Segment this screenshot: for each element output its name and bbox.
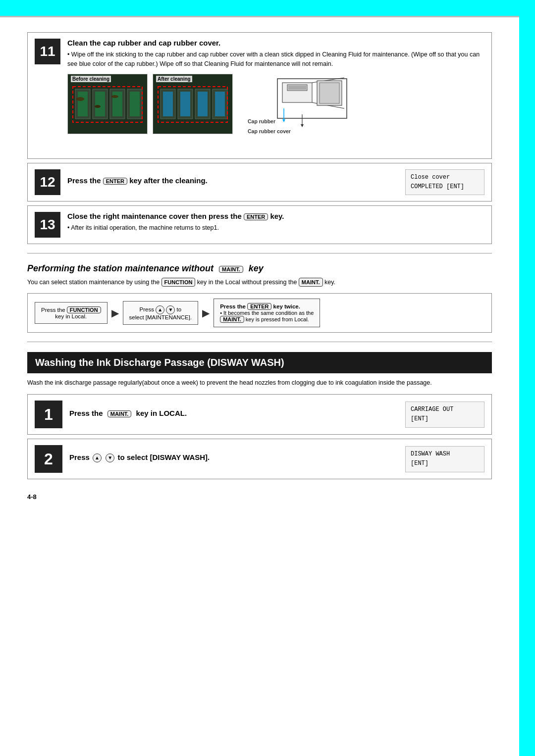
step-13-content: Close the right maintenance cover then p… — [67, 212, 484, 233]
cyan-right-bar — [519, 0, 535, 756]
wash-step-2-lcd-line2: [ENT] — [411, 459, 479, 468]
after-photo-svg — [153, 74, 232, 134]
wash-step-1-box: 1 Press the MAINT. key in LOCAL. CARRIAG… — [27, 394, 492, 435]
flow-arrow-1: ▶ — [111, 307, 119, 319]
wash-heading: Washing the Ink Discharge Passage (DISWA… — [27, 352, 492, 373]
flow-box-1: Press the FUNCTION key in Local. — [35, 302, 107, 324]
svg-rect-17 — [180, 92, 190, 116]
divider-2 — [27, 342, 492, 342]
flow-row: Press the FUNCTION key in Local. ▶ Press… — [27, 293, 492, 333]
svg-rect-21 — [215, 92, 225, 116]
before-cleaning-box: Before cleaning — [67, 74, 148, 134]
step-13-body: • After its initial operation, the machi… — [67, 223, 484, 233]
station-heading-text: Performing the station maintenance witho… — [27, 263, 264, 274]
svg-rect-2 — [78, 92, 88, 116]
cap-diagram-svg — [248, 74, 352, 151]
flow-arrow-2: ▶ — [202, 307, 210, 319]
flow-enter-key: ENTER — [247, 303, 271, 310]
step-13-title-p2: key. — [270, 212, 284, 220]
step-13-box: 13 Close the right maintenance cover the… — [27, 205, 492, 244]
step-11-title: Clean the cap rubber and cap rubber cove… — [67, 39, 484, 47]
step-13-title-p1: Close the right maintenance cover then p… — [67, 212, 242, 220]
svg-marker-34 — [301, 124, 304, 127]
wash-step-2-lcd-line1: DISWAY WASH — [411, 450, 479, 459]
step-13-number: 13 — [35, 212, 60, 238]
wash-step-2-up: ▲ — [93, 454, 102, 462]
svg-rect-30 — [320, 83, 339, 103]
wash-step-2-lcd-box: DISWAY WASH [ENT] — [405, 446, 484, 472]
step-12-lcd-box: Close cover COMPLETED [ENT] — [405, 169, 484, 195]
svg-rect-8 — [130, 92, 140, 116]
step-11-number: 11 — [35, 39, 60, 64]
wash-step-1-content: Press the MAINT. key in LOCAL. — [69, 409, 397, 420]
wash-step-2-number: 2 — [35, 445, 62, 473]
step-11-body: • Wipe off the ink sticking to the cap r… — [67, 50, 484, 69]
after-cleaning-photo — [153, 74, 232, 134]
svg-rect-15 — [163, 92, 173, 116]
step-12-lcd-line2: COMPLETED [ENT] — [411, 182, 479, 192]
flow-func-key: FUNCTION — [67, 306, 101, 313]
wash-step-2-title: Press ▲ ▼ to select [DISWAY WASH]. — [69, 453, 397, 462]
wash-step-1-title: Press the MAINT. key in LOCAL. — [69, 409, 397, 417]
page-number: 4-8 — [27, 493, 492, 501]
cyan-top-bar — [0, 0, 535, 16]
svg-rect-19 — [198, 92, 208, 116]
step-12-title: Press the ENTER key after the cleaning. — [67, 176, 397, 185]
station-maint-key: MAINT. — [219, 266, 243, 273]
step-12-enter-key: ENTER — [103, 178, 127, 185]
cap-rubber-label: Cap rubber — [248, 118, 275, 124]
wash-step-1-p1: Press the — [69, 409, 103, 417]
flow-box-2: Press ▲ ▼ to select [MAINTENANCE]. — [123, 301, 199, 325]
svg-point-12 — [111, 95, 118, 98]
wash-step-1-lcd-line2: [ENT] — [411, 414, 479, 424]
wash-step-1-maint-key: MAINT. — [107, 410, 132, 417]
station-heading-p2: key — [249, 263, 264, 273]
step-12-title-p1: Press the — [67, 176, 101, 185]
wash-step-2-lcd: DISWAY WASH [ENT] — [397, 446, 484, 472]
after-cleaning-label: After cleaning — [156, 76, 192, 82]
svg-rect-26 — [288, 86, 306, 90]
station-body: You can select station maintenance by us… — [27, 278, 492, 287]
wash-step-2-box: 2 Press ▲ ▼ to select [DISWAY WASH]. DIS… — [27, 439, 492, 479]
wash-step-1-lcd-line1: CARRIAGE OUT — [411, 405, 479, 414]
step-12-title-p2: key after the cleaning. — [129, 176, 208, 185]
step-13-enter-key: ENTER — [244, 213, 268, 220]
station-heading-p1: Performing the station maintenance witho… — [27, 263, 214, 273]
wash-step-2-content: Press ▲ ▼ to select [DISWAY WASH]. — [69, 453, 397, 465]
wash-step-2-p2: to select [DISWAY WASH]. — [117, 453, 210, 461]
step-12-content: Press the ENTER key after the cleaning. — [67, 176, 397, 188]
cap-rubber-diagram: Cap rubber Cap rubber cover — [248, 74, 352, 152]
after-cleaning-box: After cleaning — [153, 74, 233, 134]
function-key-inline: FUNCTION — [161, 278, 196, 287]
wash-step-1-lcd: CARRIAGE OUT [ENT] — [397, 402, 484, 427]
svg-marker-32 — [282, 119, 285, 122]
station-heading: Performing the station maintenance witho… — [27, 263, 492, 274]
wash-step-1-lcd-box: CARRIAGE OUT [ENT] — [405, 402, 484, 427]
before-photo-svg — [68, 74, 147, 134]
step-11-images: Before cleaning — [67, 74, 484, 152]
wash-step-2-p1: Press — [69, 453, 90, 461]
wash-step-1-p2: key in LOCAL. — [136, 409, 187, 417]
cap-rubber-cover-label: Cap rubber cover — [248, 128, 291, 134]
wash-step-2-down: ▼ — [106, 454, 114, 462]
flow-box-3: Press the ENTER key twice. • It becomes … — [214, 299, 320, 327]
svg-point-11 — [95, 105, 101, 108]
step-13-title: Close the right maintenance cover then p… — [67, 212, 484, 220]
wash-step-1-number: 1 — [35, 401, 62, 428]
before-cleaning-photo — [68, 74, 147, 134]
flow-up-key: ▲ — [156, 305, 164, 314]
before-cleaning-label: Before cleaning — [71, 76, 111, 82]
wash-body: Wash the ink discharge passage regularly… — [27, 378, 492, 388]
divider-1 — [27, 253, 492, 253]
svg-point-10 — [76, 97, 84, 101]
step-12-box: 12 Press the ENTER key after the cleanin… — [27, 163, 492, 202]
step-11-content: Clean the cap rubber and cap rubber cove… — [67, 39, 484, 152]
svg-rect-4 — [95, 92, 105, 116]
flow-maint-key: MAINT. — [220, 316, 244, 323]
step-12-lcd-line1: Close cover — [411, 173, 479, 182]
maint-key-inline: MAINT. — [299, 278, 323, 287]
step-12-number: 12 — [35, 169, 60, 195]
flow-down-key: ▼ — [166, 305, 175, 314]
step-11-box: 11 Clean the cap rubber and cap rubber c… — [27, 32, 492, 159]
step-12-lcd: Close cover COMPLETED [ENT] — [397, 169, 484, 195]
